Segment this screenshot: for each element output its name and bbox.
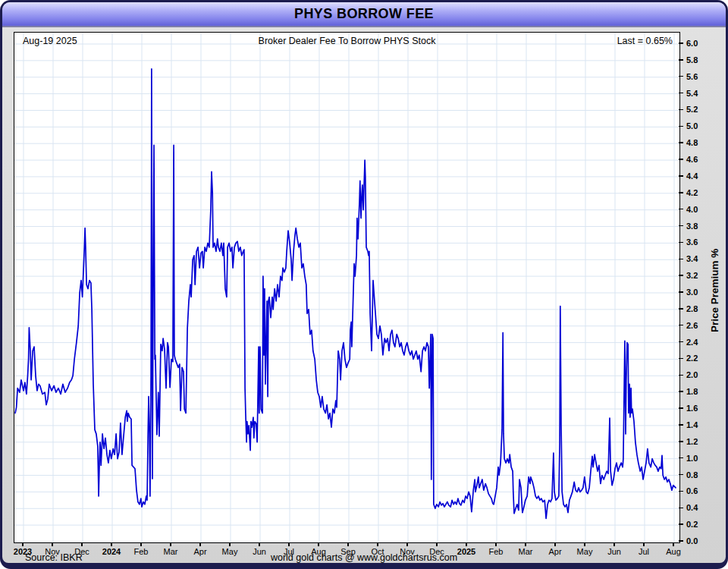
y-tick: [679, 192, 683, 193]
y-tick: [679, 225, 683, 227]
x-tick: [199, 542, 201, 546]
y-tick-label: 1.8: [686, 387, 698, 396]
chart-window: PHYS BORROW FEE Aug-19 2025 Broker Deale…: [0, 0, 728, 569]
y-tick: [679, 375, 683, 376]
x-tick: [495, 542, 497, 546]
y-tick-label: 0.6: [686, 486, 698, 495]
y-tick-label: 1.6: [686, 404, 698, 413]
y-tick: [679, 259, 683, 260]
x-tick: [525, 542, 526, 546]
x-tick: [111, 542, 112, 546]
y-tick: [679, 109, 683, 111]
chart-subtitle: Broker Dealer Fee To Borrow PHYS Stock: [14, 36, 679, 46]
x-tick: [406, 542, 408, 546]
y-tick: [679, 59, 683, 61]
title-bar: PHYS BORROW FEE: [2, 2, 726, 27]
y-tick-label: 4.6: [686, 155, 698, 164]
y-tick: [679, 159, 683, 160]
x-tick: [347, 542, 349, 546]
x-tick: [318, 542, 319, 546]
y-tick: [679, 457, 683, 459]
x-tick: [22, 542, 24, 546]
y-tick-label: 5.2: [686, 105, 698, 114]
x-tick: [466, 542, 467, 546]
y-tick: [679, 341, 683, 343]
y-tick-label: 0.0: [686, 536, 698, 545]
y-tick: [679, 175, 683, 177]
y-tick-label: 2.2: [686, 354, 698, 363]
y-tick-label: 5.0: [686, 121, 698, 130]
y-tick-label: 1.0: [686, 454, 698, 463]
footer: Source: IBKR world gold charts @ www.gol…: [2, 552, 726, 563]
y-tick-label: 5.4: [686, 89, 698, 98]
y-axis-title: Price Premium %: [707, 154, 722, 427]
y-tick-label: 4.2: [686, 188, 698, 197]
y-tick-label: 2.0: [686, 370, 698, 379]
y-tick: [679, 491, 683, 492]
plot-area: Aug-19 2025 Broker Dealer Fee To Borrow …: [14, 32, 680, 543]
y-tick: [679, 275, 683, 276]
x-tick: [643, 542, 645, 546]
y-tick: [679, 508, 683, 509]
x-tick: [584, 542, 585, 546]
x-tick: [170, 542, 171, 546]
y-tick-label: 1.4: [686, 420, 698, 429]
y-tick: [679, 42, 683, 44]
y-tick-label: 3.8: [686, 222, 698, 231]
x-tick: [613, 542, 615, 546]
y-tick-label: 2.8: [686, 304, 698, 313]
y-tick: [679, 76, 683, 77]
x-tick: [259, 542, 260, 546]
y-tick-label: 0.8: [686, 470, 698, 479]
y-tick: [679, 242, 683, 244]
y-tick-label: 2.6: [686, 321, 698, 330]
y-tick-label: 0.4: [686, 503, 698, 512]
y-tick-label: 4.0: [686, 205, 698, 214]
y-tick: [679, 441, 683, 442]
y-tick: [679, 358, 683, 360]
website-label: world gold charts @ www.goldchartsrus.co…: [2, 552, 726, 563]
y-tick-label: 1.2: [686, 437, 698, 446]
y-tick: [679, 540, 683, 542]
chart-window-body: PHYS BORROW FEE Aug-19 2025 Broker Deale…: [2, 2, 726, 563]
x-tick: [554, 542, 556, 546]
x-tick: [436, 542, 438, 546]
x-tick: [288, 542, 290, 546]
y-tick-label: 5.8: [686, 55, 698, 64]
x-tick: [81, 542, 83, 546]
y-tick: [679, 209, 683, 210]
price-line-chart: [14, 33, 679, 542]
y-tick-label: 6.0: [686, 39, 698, 48]
y-tick-label: 3.0: [686, 288, 698, 297]
y-tick: [679, 93, 683, 94]
y-tick: [679, 142, 683, 143]
y-tick-label: 3.2: [686, 271, 698, 280]
y-tick: [679, 126, 683, 127]
x-tick: [673, 542, 674, 546]
x-tick: [377, 542, 378, 546]
x-tick: [229, 542, 231, 546]
y-tick: [679, 424, 683, 426]
plot-header: Aug-19 2025 Broker Dealer Fee To Borrow …: [14, 36, 679, 48]
y-tick-label: 3.6: [686, 237, 698, 247]
y-tick-label: 4.8: [686, 138, 698, 147]
y-tick-label: 0.2: [686, 520, 698, 529]
borrow-fee-line: [15, 69, 676, 519]
y-tick: [679, 474, 683, 476]
y-tick: [679, 308, 683, 310]
y-tick: [679, 391, 683, 392]
y-tick-label: 5.6: [686, 72, 698, 81]
last-value-label: Last = 0.65%: [617, 36, 673, 46]
x-tick: [140, 542, 142, 546]
y-tick-label: 2.4: [686, 338, 698, 347]
window-title: PHYS BORROW FEE: [294, 6, 434, 22]
y-tick: [679, 325, 683, 326]
y-tick: [679, 523, 683, 525]
y-tick-label: 3.4: [686, 254, 698, 263]
x-tick: [52, 542, 53, 546]
y-tick: [679, 291, 683, 293]
y-tick: [679, 407, 683, 409]
y-tick-label: 4.4: [686, 171, 698, 181]
